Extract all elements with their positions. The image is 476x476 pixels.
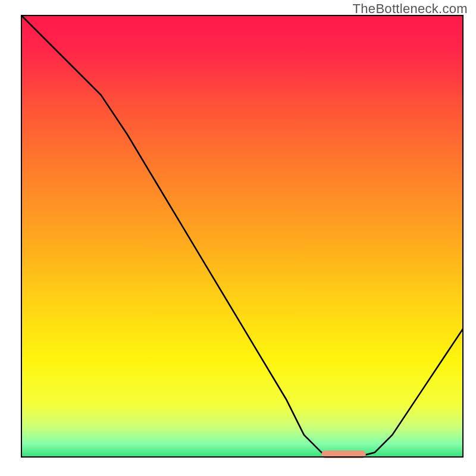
bottleneck-chart: TheBottleneck.com (0, 0, 476, 476)
watermark-text: TheBottleneck.com (353, 1, 468, 17)
chart-canvas (0, 0, 476, 476)
